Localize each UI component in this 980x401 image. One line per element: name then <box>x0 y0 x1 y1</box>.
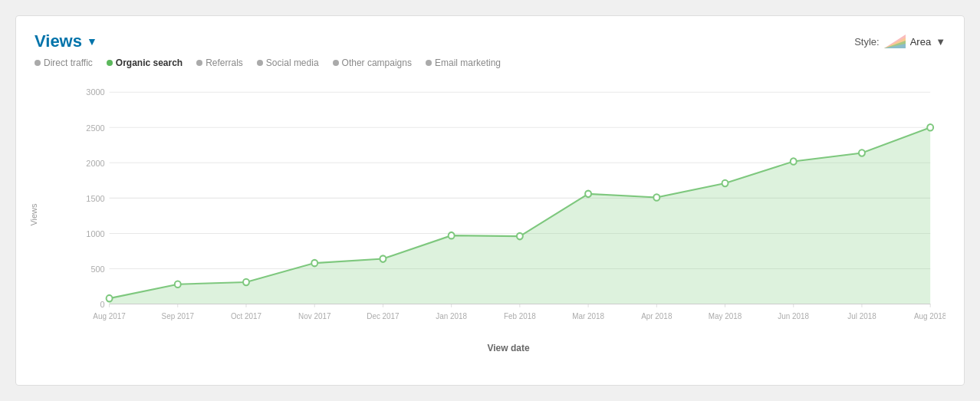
x-tick-label: Aug 2018 <box>914 311 945 320</box>
legend-label-direct-traffic: Direct traffic <box>44 58 93 68</box>
y-tick-label: 1500 <box>86 193 104 202</box>
x-tick-label: Feb 2018 <box>504 311 536 320</box>
legend-dot-email-marketing <box>426 60 432 66</box>
legend-label-other-campaigns: Other campaigns <box>342 58 412 68</box>
x-tick-label: Jun 2018 <box>778 311 809 320</box>
title-text: Views <box>35 31 82 51</box>
legend-item-social-media[interactable]: Social media <box>257 58 319 68</box>
chart-area <box>110 127 931 304</box>
x-tick-label: Apr 2018 <box>641 311 672 320</box>
legend: Direct trafficOrganic searchReferralsSoc… <box>35 58 945 68</box>
data-point-dot[interactable] <box>927 124 933 131</box>
data-point-dot[interactable] <box>175 281 181 288</box>
y-axis-label: Views <box>29 203 38 225</box>
y-tick-label: 500 <box>90 264 104 273</box>
y-tick-label: 2500 <box>86 123 104 132</box>
legend-item-organic-search[interactable]: Organic search <box>107 58 183 68</box>
x-tick-label: Jan 2018 <box>436 311 467 320</box>
x-axis-label: View date <box>71 343 945 353</box>
chart-card: Views ▼ Style: Area ▼ Direct trafficOrga… <box>15 15 965 386</box>
legend-label-organic-search: Organic search <box>116 58 183 68</box>
data-point-dot[interactable] <box>517 233 523 240</box>
data-point-dot[interactable] <box>311 260 317 267</box>
data-point-dot[interactable] <box>653 194 659 201</box>
data-point-dot[interactable] <box>859 150 865 156</box>
legend-dot-social-media <box>257 60 263 66</box>
x-tick-label: Oct 2017 <box>231 311 261 320</box>
data-point-dot[interactable] <box>585 191 591 198</box>
legend-dot-organic-search <box>107 60 113 66</box>
legend-item-referrals[interactable]: Referrals <box>196 58 243 68</box>
legend-item-email-marketing[interactable]: Email marketing <box>426 58 501 68</box>
x-tick-label: May 2018 <box>709 311 742 320</box>
legend-label-referrals: Referrals <box>206 58 243 68</box>
legend-label-social-media: Social media <box>266 58 319 68</box>
data-point-dot[interactable] <box>722 180 728 187</box>
legend-dot-referrals <box>196 60 202 66</box>
legend-item-direct-traffic[interactable]: Direct traffic <box>35 58 93 68</box>
data-point-dot[interactable] <box>449 232 455 239</box>
data-point-dot[interactable] <box>243 279 249 286</box>
y-tick-label: 1000 <box>86 228 104 238</box>
legend-dot-direct-traffic <box>35 60 41 66</box>
x-tick-label: Jul 2018 <box>847 311 876 320</box>
style-control: Style: Area ▼ <box>854 35 945 48</box>
title-dropdown-icon[interactable]: ▼ <box>87 35 97 48</box>
style-dropdown-icon[interactable]: ▼ <box>936 36 945 48</box>
y-tick-label: 2000 <box>86 158 104 167</box>
style-value[interactable]: Area <box>910 36 931 48</box>
chart-svg: 050010001500200025003000Aug 2017Sep 2017… <box>71 76 945 337</box>
legend-item-other-campaigns[interactable]: Other campaigns <box>333 58 412 68</box>
data-point-dot[interactable] <box>107 295 113 302</box>
chart-title[interactable]: Views ▼ <box>35 31 97 51</box>
chart-header: Views ▼ Style: Area ▼ <box>35 31 945 51</box>
x-tick-label: Dec 2017 <box>367 311 400 320</box>
legend-dot-other-campaigns <box>333 60 339 66</box>
x-tick-label: Mar 2018 <box>572 311 604 320</box>
legend-label-email-marketing: Email marketing <box>435 58 501 68</box>
y-tick-label: 0 <box>100 299 105 308</box>
data-point-dot[interactable] <box>380 255 386 262</box>
x-tick-label: Nov 2017 <box>298 311 331 320</box>
style-area-icon <box>884 35 906 48</box>
data-point-dot[interactable] <box>791 158 797 165</box>
x-tick-label: Aug 2017 <box>93 311 126 320</box>
y-tick-label: 3000 <box>86 87 104 97</box>
chart-wrapper: Views 050010001500200025003000Aug 2017Se… <box>35 76 945 353</box>
x-tick-label: Sep 2017 <box>162 311 195 320</box>
style-label: Style: <box>854 36 880 48</box>
